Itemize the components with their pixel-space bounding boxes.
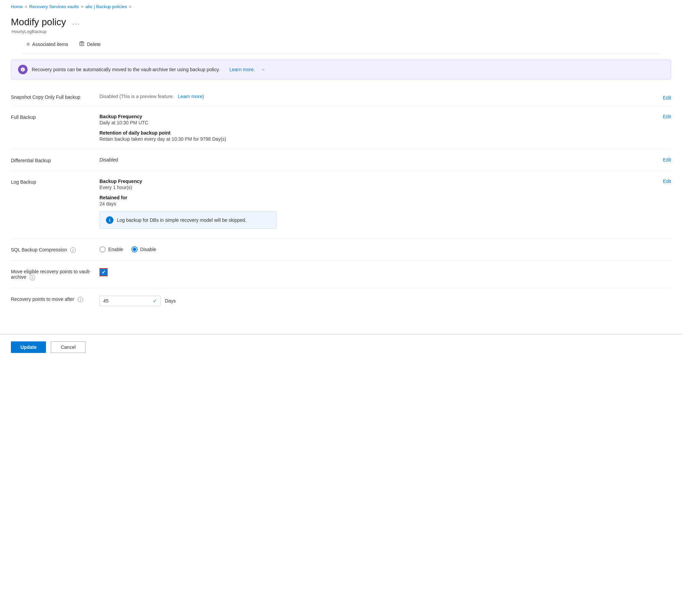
recovery-points-value: 45: [103, 298, 109, 304]
trash-icon: [79, 41, 84, 48]
recovery-points-select-wrapper: 45 ✓ Days: [99, 296, 671, 306]
page-title: Modify policy: [11, 17, 66, 28]
content: Snapshot Copy Only Full backup Disabled …: [0, 85, 682, 327]
snapshot-edit-button[interactable]: Edit: [663, 95, 671, 101]
sql-compression-row: SQL Backup Compression i Enable Disable: [11, 239, 671, 261]
breadcrumb-home[interactable]: Home: [11, 4, 23, 9]
page-subtitle: HourlyLogBackup: [11, 29, 671, 34]
sql-compression-disable-option[interactable]: Disable: [131, 246, 156, 252]
breadcrumb: Home > Recovery Services vaults > abc | …: [0, 0, 682, 11]
banner-icon: [18, 65, 28, 74]
breadcrumb-sep2: >: [81, 4, 83, 9]
update-button[interactable]: Update: [11, 341, 46, 353]
associated-items-label: Associated items: [32, 42, 68, 47]
snapshot-learn-more[interactable]: Learn more): [178, 94, 204, 99]
vault-archive-info-icon[interactable]: i: [30, 275, 35, 280]
recovery-points-select[interactable]: 45 ✓: [99, 296, 161, 306]
associated-items-button[interactable]: ≡ Associated items: [22, 39, 73, 49]
recovery-points-row: Recovery points to move after i 45 ✓ Day…: [11, 288, 671, 313]
sql-compression-enable-option[interactable]: Enable: [99, 246, 123, 252]
log-backup-info-box: i Log backup for DBs in simple recovery …: [99, 211, 277, 229]
full-backup-retention-title: Retention of daily backup point: [99, 130, 671, 136]
recovery-points-info-icon[interactable]: i: [78, 297, 83, 302]
vault-archive-row: Move eligible recovery points to vault-a…: [11, 261, 671, 288]
snapshot-label: Snapshot Copy Only Full backup: [11, 94, 99, 100]
vault-archive-label: Move eligible recovery points to vault-a…: [11, 268, 99, 280]
sql-compression-radio-group: Enable Disable: [99, 246, 671, 252]
enable-radio-circle[interactable]: [99, 246, 106, 252]
full-backup-freq-value: Daily at 10:30 PM UTC: [99, 120, 671, 125]
sql-compression-detail: Enable Disable: [99, 246, 671, 252]
days-label: Days: [165, 298, 176, 304]
snapshot-detail: Disabled (This is a preview feature. Lea…: [99, 94, 671, 99]
differential-backup-row: Differential Backup Disabled Edit: [11, 150, 671, 171]
banner-arrow: →: [261, 67, 265, 72]
snapshot-disabled-text: Disabled (This is a preview feature.: [99, 94, 174, 99]
log-backup-detail: Backup Frequency Every 1 hour(s) Retaine…: [99, 179, 671, 229]
log-backup-freq-title: Backup Frequency: [99, 179, 671, 184]
cancel-button[interactable]: Cancel: [51, 341, 86, 353]
recovery-points-checkmark: ✓: [153, 298, 157, 304]
disable-radio-circle[interactable]: [131, 246, 138, 252]
full-backup-detail: Backup Frequency Daily at 10:30 PM UTC R…: [99, 114, 671, 142]
log-backup-retained-value: 24 days: [99, 201, 671, 206]
differential-backup-edit-button[interactable]: Edit: [663, 157, 671, 163]
breadcrumb-sep1: >: [25, 4, 27, 9]
log-backup-row: Log Backup Backup Frequency Every 1 hour…: [11, 171, 671, 239]
page-title-row: Modify policy ...: [11, 17, 671, 28]
checkbox-check-icon: ✓: [102, 269, 106, 275]
top-bar: Home > Recovery Services vaults > abc | …: [0, 0, 682, 11]
disable-radio-label: Disable: [140, 247, 156, 252]
differential-backup-detail: Disabled: [99, 157, 671, 163]
sql-compression-info-icon[interactable]: i: [70, 247, 76, 253]
vault-archive-detail: ✓: [99, 268, 671, 276]
toolbar: ≡ Associated items Delete: [22, 34, 660, 54]
info-banner: Recovery points can be automatically mov…: [11, 60, 671, 79]
differential-backup-label: Differential Backup: [11, 157, 99, 163]
full-backup-retention-value: Retain backup taken every day at 10:30 P…: [99, 136, 671, 142]
full-backup-row: Full Backup Backup Frequency Daily at 10…: [11, 106, 671, 150]
page-header: Modify policy ... HourlyLogBackup ≡ Asso…: [0, 11, 682, 54]
banner-learn-more[interactable]: Learn more.: [229, 67, 255, 72]
breadcrumb-policy[interactable]: abc | Backup policies: [86, 4, 127, 9]
sql-compression-label: SQL Backup Compression i: [11, 246, 99, 253]
differential-backup-value: Disabled: [99, 157, 118, 163]
log-backup-edit-button[interactable]: Edit: [663, 179, 671, 184]
log-backup-freq-value: Every 1 hour(s): [99, 185, 671, 190]
full-backup-edit-button[interactable]: Edit: [663, 114, 671, 119]
log-backup-info-text: Log backup for DBs in simple recovery mo…: [117, 217, 247, 223]
full-backup-freq-title: Backup Frequency: [99, 114, 671, 119]
log-backup-label: Log Backup: [11, 179, 99, 185]
recovery-points-detail: 45 ✓ Days: [99, 296, 671, 306]
log-backup-retained-title: Retained for: [99, 195, 671, 200]
vault-archive-checkbox[interactable]: ✓: [99, 268, 108, 276]
breadcrumb-vaults[interactable]: Recovery Services vaults: [29, 4, 79, 9]
delete-button[interactable]: Delete: [74, 39, 105, 50]
delete-label: Delete: [87, 42, 100, 47]
snapshot-row: Snapshot Copy Only Full backup Disabled …: [11, 88, 671, 106]
list-icon: ≡: [27, 41, 30, 47]
enable-radio-label: Enable: [108, 247, 123, 252]
banner-text: Recovery points can be automatically mov…: [32, 67, 220, 72]
bottom-bar: Update Cancel: [0, 334, 682, 360]
breadcrumb-sep3: >: [129, 4, 131, 9]
ellipsis-button[interactable]: ...: [70, 18, 82, 27]
recovery-points-label: Recovery points to move after i: [11, 296, 99, 302]
full-backup-label: Full Backup: [11, 114, 99, 120]
info-box-icon: i: [106, 216, 113, 224]
